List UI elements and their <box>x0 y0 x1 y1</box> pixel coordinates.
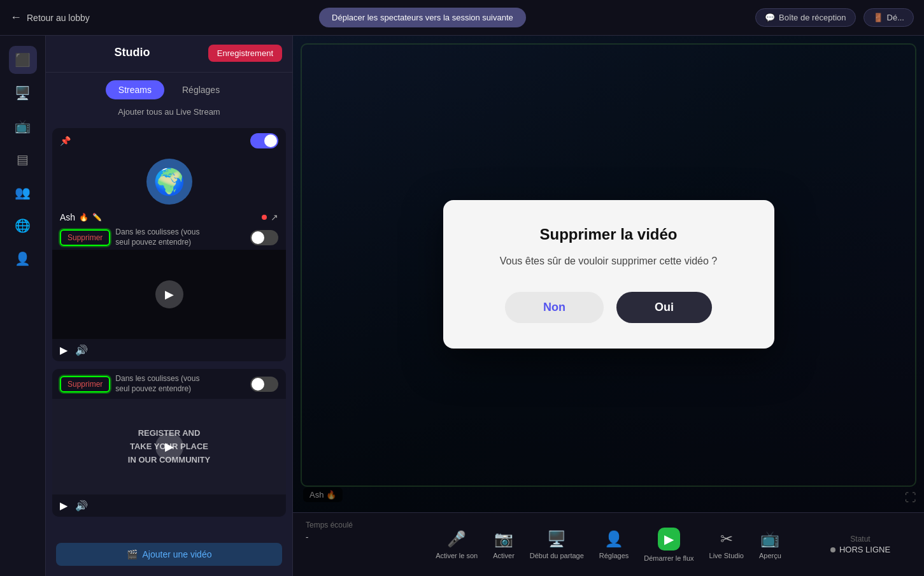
statut-value: HORS LIGNE <box>830 545 890 554</box>
play-button-1[interactable]: ▶ <box>155 280 183 308</box>
demarrer-flux-label: Démarrer le flux <box>644 554 693 562</box>
disconnect-icon: 🚪 <box>873 13 883 22</box>
camera-off-icon: 📷 <box>494 530 513 548</box>
partage-label: Début du partage <box>530 552 584 559</box>
volume-small-icon-1[interactable]: 🔊 <box>75 344 88 356</box>
add-video-icon: 🎬 <box>127 549 138 559</box>
top-right-buttons: 💬 Boîte de réception 🚪 Dé... <box>755 8 914 27</box>
bottom-actions: 🎤 Activer le son 📷 Activer 🖥️ Début du p… <box>420 513 797 576</box>
group-icon: 👤 <box>15 251 31 266</box>
reglages-action-label: Réglages <box>599 552 629 559</box>
settings-user-icon: 👤 <box>604 530 623 548</box>
disconnect-button[interactable]: 🚪 Dé... <box>864 8 914 27</box>
temps-value: - <box>306 532 408 542</box>
bottom-bar: Temps écoulé - 🎤 Activer le son 📷 Active… <box>293 512 924 576</box>
streams-list: 📌 🌍 Ash 🔥 ✏️ ↗ Supprimer Dans les coulis… <box>46 123 292 538</box>
screen-icon: 📺 <box>15 119 31 134</box>
move-spectators-button[interactable]: Déplacer les spectateurs vers la session… <box>319 8 526 27</box>
volume-small-icon-2[interactable]: 🔊 <box>75 500 88 512</box>
enregistrement-button[interactable]: Enregistrement <box>208 45 282 62</box>
dialog-title: Supprimer la vidéo <box>474 226 744 243</box>
supprimer-button-1[interactable]: Supprimer <box>60 229 110 246</box>
icon-sidebar: ⬛ 🖥️ 📺 ▤ 👥 🌐 👤 <box>0 36 46 576</box>
stream-video-thumb-2: REGISTER ANDTAKE YOUR PLACEIN OUR COMMUN… <box>52 399 286 494</box>
avatar-emoji: 🌍 <box>153 167 185 197</box>
sidebar-item-monitor[interactable]: 🖥️ <box>9 79 37 107</box>
statut-label: Statut <box>850 535 870 544</box>
backstage-text-2: Dans les coulisses (vousseul pouvez ente… <box>115 374 199 394</box>
fire-emoji: 🔥 <box>79 213 89 222</box>
apercu-label: Aperçu <box>759 552 781 559</box>
inbox-icon: 💬 <box>765 13 775 22</box>
activer-son-button[interactable]: 🎤 Activer le son <box>436 530 478 559</box>
list-icon: ▤ <box>17 152 29 167</box>
tab-reglages[interactable]: Réglages <box>169 80 232 99</box>
sidebar-item-group[interactable]: 👤 <box>9 245 37 273</box>
non-button[interactable]: Non <box>505 292 604 323</box>
stream-controls-2: Supprimer Dans les coulisses (vousseul p… <box>52 369 286 399</box>
stream-toggle-1[interactable] <box>250 133 278 148</box>
stream-name-row: Ash 🔥 ✏️ ↗ <box>52 210 286 225</box>
live-studio-label: Live Studio <box>709 552 744 559</box>
external-link-icon[interactable]: ↗ <box>271 212 278 222</box>
stream-item: 📌 🌍 Ash 🔥 ✏️ ↗ Supprimer Dans les coulis… <box>52 128 286 361</box>
tab-streams[interactable]: Streams <box>106 80 164 99</box>
studio-icon: ⬛ <box>15 52 31 68</box>
add-all-link[interactable]: Ajouter tous au Live Stream <box>46 107 292 123</box>
reglages-action-button[interactable]: 👤 Réglages <box>599 530 629 559</box>
backstage-toggle-2[interactable] <box>250 377 278 392</box>
studio-panel: Studio Enregistrement Streams Réglages A… <box>46 36 293 576</box>
back-label: Retour au lobby <box>27 13 90 23</box>
oui-button[interactable]: Oui <box>616 292 712 323</box>
monitor-icon: 🖥️ <box>15 85 31 101</box>
screen-share-icon: 🖥️ <box>547 530 566 548</box>
dialog-buttons: Non Oui <box>474 292 744 323</box>
add-video-button[interactable]: 🎬 Ajouter une vidéo <box>56 543 282 566</box>
pin-icon: 📌 <box>60 136 71 146</box>
sidebar-item-users[interactable]: 👥 <box>9 178 37 206</box>
sidebar-item-studio[interactable]: ⬛ <box>9 46 37 74</box>
dialog-box: Supprimer la vidéo Vous êtes sûr de voul… <box>443 200 774 349</box>
studio-tabs: Streams Réglages <box>46 73 292 107</box>
temps-label: Temps écoulé <box>306 521 408 529</box>
backstage-text-1: Dans les coulisses (vousseul pouvez ente… <box>115 227 199 247</box>
stream-item-2: Supprimer Dans les coulisses (vousseul p… <box>52 369 286 517</box>
activer-camera-button[interactable]: 📷 Activer <box>493 530 515 559</box>
top-bar: ← Retour au lobby Déplacer les spectateu… <box>0 0 924 36</box>
statut-text: HORS LIGNE <box>839 545 890 554</box>
back-arrow-icon: ← <box>10 11 22 24</box>
play-small-icon-1[interactable]: ▶ <box>60 344 68 356</box>
recording-dot <box>262 215 267 220</box>
stream-video-thumb-1: ▶ <box>52 250 286 339</box>
stream-avatar-row: 🌍 <box>52 154 286 210</box>
back-button[interactable]: ← Retour au lobby <box>10 11 90 24</box>
activer-camera-label: Activer <box>493 552 515 559</box>
live-studio-button[interactable]: ✂ Live Studio <box>709 530 744 559</box>
globe-icon: 🌐 <box>15 218 31 233</box>
backstage-toggle-1[interactable] <box>250 230 278 245</box>
demarrer-flux-button[interactable]: ▶ Démarrer le flux <box>644 528 693 562</box>
users-icon: 👥 <box>15 185 31 200</box>
apercu-icon: 📺 <box>760 530 779 548</box>
main-area: 👤 Supprimer la vidéo Vous êtes sûr de vo… <box>293 36 924 576</box>
play-button-2[interactable]: ▶ <box>155 433 183 461</box>
inbox-label: Boîte de réception <box>779 13 846 22</box>
edit-icon[interactable]: ✏️ <box>92 213 102 222</box>
bottom-left-info: Temps écoulé - <box>293 513 420 576</box>
stream-footer-2: ▶ 🔊 <box>52 494 286 517</box>
video-area: 👤 Supprimer la vidéo Vous êtes sûr de vo… <box>293 36 924 512</box>
play-small-icon-2[interactable]: ▶ <box>60 500 68 512</box>
sidebar-item-globe[interactable]: 🌐 <box>9 212 37 240</box>
stream-name-1: Ash <box>60 212 75 222</box>
microphone-off-icon: 🎤 <box>447 530 466 548</box>
dialog-overlay: Supprimer la vidéo Vous êtes sûr de voul… <box>293 36 924 512</box>
studio-title: Studio Enregistrement <box>46 36 292 73</box>
sidebar-item-list[interactable]: ▤ <box>9 145 37 173</box>
sidebar-item-screen[interactable]: 📺 <box>9 112 37 140</box>
supprimer-button-2[interactable]: Supprimer <box>60 376 110 392</box>
apercu-button[interactable]: 📺 Aperçu <box>759 530 781 559</box>
inbox-button[interactable]: 💬 Boîte de réception <box>755 8 856 27</box>
partage-button[interactable]: 🖥️ Début du partage <box>530 530 584 559</box>
activer-son-label: Activer le son <box>436 552 478 559</box>
dialog-message: Vous êtes sûr de vouloir supprimer cette… <box>474 254 744 269</box>
